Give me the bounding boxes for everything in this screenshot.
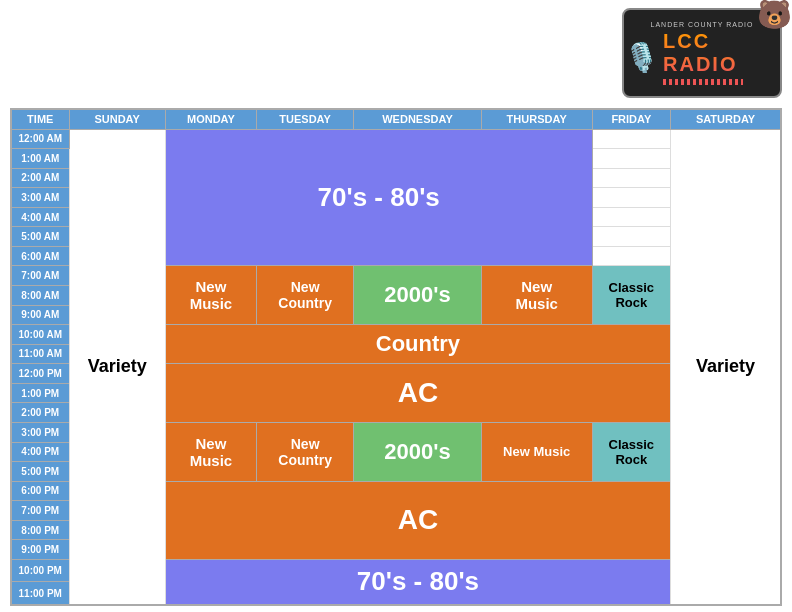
- logo-top-text: LANDER COUNTY RADIO: [651, 21, 754, 28]
- time-600pm: 6:00 PM: [11, 481, 69, 501]
- cell-new-music-thu: NewMusic: [481, 266, 592, 325]
- header-wednesday: WEDNESDAY: [354, 109, 482, 129]
- time-900pm: 9:00 PM: [11, 540, 69, 560]
- cell-empty-fri-6: [592, 246, 671, 266]
- time-200am: 2:00 AM: [11, 168, 69, 188]
- time-400pm: 4:00 PM: [11, 442, 69, 462]
- schedule-table: TIME SUNDAY MONDAY TUESDAY WEDNESDAY THU…: [10, 108, 782, 606]
- cell-empty-fri-1: [592, 149, 671, 169]
- header-monday: MONDAY: [165, 109, 256, 129]
- header-time: TIME: [11, 109, 69, 129]
- time-500pm: 5:00 PM: [11, 462, 69, 482]
- cell-country: Country: [165, 325, 670, 364]
- header-thursday: THURSDAY: [481, 109, 592, 129]
- cell-ac-midday: AC: [165, 364, 670, 423]
- cell-2000s-wed: 2000's: [354, 266, 482, 325]
- logo: LANDER COUNTY RADIO 🎙️ LCC RADIO 🐻: [622, 8, 782, 98]
- time-300am: 3:00 AM: [11, 188, 69, 208]
- time-700am: 7:00 AM: [11, 266, 69, 286]
- cell-new-music-thu-pm: New Music: [481, 422, 592, 481]
- cell-empty-fri-5: [592, 227, 671, 247]
- cell-empty-fri-3: [592, 188, 671, 208]
- time-1000am: 10:00 AM: [11, 325, 69, 345]
- time-1100pm: 11:00 PM: [11, 582, 69, 605]
- cell-new-music-mon-pm: NewMusic: [165, 422, 256, 481]
- cell-new-country-tue-pm: NewCountry: [257, 422, 354, 481]
- cell-empty-fri-4: [592, 207, 671, 227]
- header-saturday: SATURDAY: [671, 109, 781, 129]
- cell-70s80s-top: 70's - 80's: [165, 129, 592, 266]
- mic-icon: 🎙️: [624, 44, 659, 72]
- header-tuesday: TUESDAY: [257, 109, 354, 129]
- time-100pm: 1:00 PM: [11, 383, 69, 403]
- time-1200pm: 12:00 PM: [11, 364, 69, 384]
- cell-2000s-wed-pm: 2000's: [354, 422, 482, 481]
- cell-empty-fri-0: [592, 129, 671, 149]
- logo-bar-decoration: [663, 79, 743, 85]
- bear-icon: 🐻: [757, 0, 792, 31]
- header-friday: FRIDAY: [592, 109, 671, 129]
- cell-new-music-mon: NewMusic: [165, 266, 256, 325]
- schedule-wrapper: TIME SUNDAY MONDAY TUESDAY WEDNESDAY THU…: [10, 108, 782, 606]
- cell-70s80s-bottom: 70's - 80's: [165, 559, 670, 605]
- time-700pm: 7:00 PM: [11, 501, 69, 521]
- cell-variety-saturday: Variety: [671, 129, 781, 605]
- cell-new-country-tue: NewCountry: [257, 266, 354, 325]
- time-800am: 8:00 AM: [11, 286, 69, 306]
- header-sunday: SUNDAY: [69, 109, 165, 129]
- cell-empty-fri-2: [592, 168, 671, 188]
- time-800pm: 8:00 PM: [11, 520, 69, 540]
- cell-ac-evening: AC: [165, 481, 670, 559]
- logo-title: LCC RADIO: [663, 30, 780, 76]
- time-100am: 1:00 AM: [11, 149, 69, 169]
- cell-classic-rock-fri-pm: ClassicRock: [592, 422, 671, 481]
- cell-classic-rock-fri: ClassicRock: [592, 266, 671, 325]
- time-200pm: 2:00 PM: [11, 403, 69, 423]
- time-600am: 6:00 AM: [11, 246, 69, 266]
- cell-variety-sunday: Variety: [69, 129, 165, 605]
- time-300pm: 3:00 PM: [11, 422, 69, 442]
- time-1000pm: 10:00 PM: [11, 559, 69, 581]
- time-1100am: 11:00 AM: [11, 344, 69, 364]
- time-400am: 4:00 AM: [11, 207, 69, 227]
- time-500am: 5:00 AM: [11, 227, 69, 247]
- table-row: 12:00 AM Variety 70's - 80's Variety: [11, 129, 781, 149]
- time-900am: 9:00 AM: [11, 305, 69, 325]
- time-1200am: 12:00 AM: [11, 129, 69, 149]
